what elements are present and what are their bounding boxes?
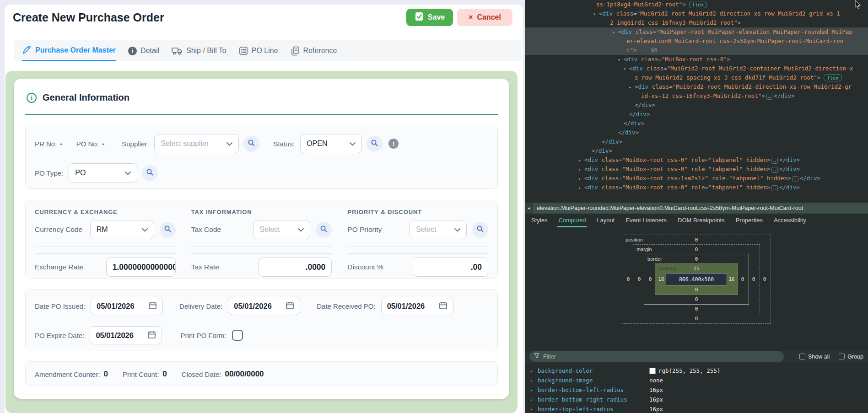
calendar-icon (439, 301, 447, 311)
print-po-form-checkbox[interactable] (232, 330, 243, 341)
po-expire-date-input[interactable]: 05/01/2026 (90, 326, 162, 344)
tax-code-search-button[interactable] (316, 222, 332, 238)
code-line[interactable]: er-elevation0 MuiCard-root css-2s58ym-Mu… (525, 37, 868, 46)
elements-tree[interactable]: … ss-1pi8xg4-MuiGrid2-root">flex▾<div cl… (525, 0, 868, 203)
code-line[interactable]: </div> (525, 146, 868, 156)
save-button[interactable]: Save (406, 9, 453, 26)
code-line[interactable]: </div> (525, 110, 868, 119)
box-model[interactable]: position 0 0 margin 0 0 border 0 (622, 235, 771, 324)
collapsed-content-icon[interactable]: … (771, 158, 777, 164)
computed-property-row[interactable]: ▸border-top-left-radius16px (525, 404, 868, 413)
expand-closed-icon[interactable]: ▸ (530, 378, 535, 383)
code-line[interactable]: ss-1pi8xg4-MuiGrid2-root">flex (525, 0, 868, 9)
breadcrumb-back-icon[interactable]: ◀ (525, 203, 533, 214)
tax-code-select[interactable]: Select (253, 220, 310, 239)
collapsed-content-icon[interactable]: … (793, 176, 798, 182)
code-line[interactable]: ▾<div class="MuiPaper-root MuiPaper-elev… (525, 27, 868, 37)
date-received-po-input[interactable]: 05/01/2026 (381, 297, 453, 315)
property-name: background-color (538, 367, 593, 374)
expand-open-icon[interactable]: ▾ (612, 28, 618, 37)
devtools-tab-styles[interactable]: Styles (531, 214, 547, 227)
exchange-rate-input[interactable]: 1.0000000000000 (106, 257, 176, 277)
supplier-select[interactable]: Select supplier (154, 134, 239, 153)
expand-closed-icon[interactable]: ▸ (530, 407, 535, 412)
code-line[interactable]: </div> (525, 137, 868, 146)
devtools-tabs: StylesComputedLayoutEvent ListenersDOM B… (525, 214, 868, 227)
color-swatch[interactable] (649, 368, 656, 374)
supplier-search-button[interactable] (243, 136, 259, 152)
expand-open-icon[interactable]: ▾ (593, 10, 599, 19)
devtools-tab-dom-breakpoints[interactable]: DOM Breakpoints (678, 214, 725, 227)
date-po-issued-input[interactable]: 05/01/2026 (91, 297, 163, 315)
filter-input[interactable]: Filter (529, 351, 784, 362)
expand-open-icon[interactable]: ▾ (618, 55, 624, 64)
expand-closed-icon[interactable]: ▸ (530, 397, 535, 402)
flex-badge: flex (824, 74, 841, 81)
po-priority-placeholder: Select (416, 225, 436, 234)
closed-date-label: Closed Date: (182, 370, 221, 378)
computed-property-row[interactable]: ▸background-colorrgb(255, 255, 255) (525, 366, 868, 375)
tab-ship-bill-to[interactable]: Ship / Bill To (172, 40, 226, 61)
po-tabs: Purchase Order MasteriDetailShip / Bill … (14, 40, 522, 61)
code-line[interactable]: ▾<div class="MuiBox-root css-0"> (525, 55, 868, 64)
flex-badge: flex (689, 1, 707, 8)
code-line[interactable]: ▸<div class="MuiBox-root css-0" role="ta… (525, 183, 868, 192)
expand-closed-icon[interactable]: ▸ (578, 165, 584, 174)
expand-closed-icon[interactable]: ▸ (578, 183, 584, 193)
status-search-button[interactable] (367, 136, 383, 152)
discount-label: Discount % (347, 263, 383, 271)
code-line[interactable]: </div> (525, 101, 868, 110)
calendar-icon (147, 330, 156, 341)
computed-property-row[interactable]: ▸border-bottom-right-radius16px (525, 395, 868, 404)
tab-label: Detail (140, 47, 159, 55)
expand-closed-icon[interactable]: ▸ (629, 83, 635, 92)
devtools-tab-accessibility[interactable]: Accessibility (774, 214, 806, 227)
po-priority-select[interactable]: Select (410, 220, 467, 239)
code-line[interactable]: ▸<div class="MuiBox-root css-0" role="ta… (525, 165, 868, 174)
code-line[interactable]: ▸<div class="MuiBox-root css-1sm2s1z" ro… (525, 174, 868, 183)
computed-property-row[interactable]: ▸background-imagenone (525, 375, 868, 385)
property-value: none (649, 377, 663, 384)
devtools-tab-properties[interactable]: Properties (736, 214, 763, 227)
collapsed-content-icon[interactable]: … (766, 94, 772, 100)
code-line[interactable]: s-row MuiGrid2-spacing-xs-3 css-dkd71f-M… (525, 73, 868, 82)
po-type-select[interactable]: PO (69, 163, 137, 182)
computed-property-row[interactable]: ▸border-bottom-left-radius16px (525, 385, 868, 395)
code-line[interactable]: </div> (525, 119, 868, 128)
delivery-date-input[interactable]: 05/01/2026 (228, 297, 300, 315)
code-line[interactable]: ▸<div class="MuiBox-root css-0" role="ta… (525, 156, 868, 165)
cancel-button[interactable]: × Cancel (457, 9, 512, 26)
property-name: border-top-left-radius (538, 406, 614, 413)
code-line[interactable]: 2 imgGird1 css-16fnxy3-MuiGrid2-root"> (525, 18, 868, 27)
currency-search-button[interactable] (160, 222, 176, 238)
expand-closed-icon[interactable]: ▸ (530, 388, 535, 392)
tab-purchase-order-master[interactable]: Purchase Order Master (22, 40, 116, 61)
po-type-search-button[interactable] (142, 165, 158, 181)
status-select[interactable]: OPEN (300, 134, 362, 153)
collapsed-content-icon[interactable]: … (771, 185, 777, 191)
group-checkbox[interactable] (839, 354, 845, 359)
devtools-tab-event-listeners[interactable]: Event Listeners (625, 214, 667, 227)
collapsed-content-icon[interactable]: … (771, 167, 777, 173)
tab-po-line[interactable]: PO Line (239, 40, 278, 61)
code-line[interactable]: id-xs-12 css-16fnxy3-MuiGrid2-root">…</d… (525, 91, 868, 101)
show-all-checkbox[interactable] (799, 354, 805, 359)
tab-reference[interactable]: Reference (291, 40, 337, 61)
code-line[interactable]: ▾<div class="MuiGrid2-root MuiGrid2-dire… (525, 9, 868, 18)
devtools-tab-computed[interactable]: Computed (558, 214, 586, 227)
expand-open-icon[interactable]: ▾ (623, 64, 629, 74)
tab-detail[interactable]: iDetail (128, 40, 159, 61)
discount-input[interactable]: .00 (413, 257, 488, 277)
expand-closed-icon[interactable]: ▸ (578, 156, 584, 165)
expand-closed-icon[interactable]: ▸ (530, 369, 535, 373)
code-line[interactable]: t"> == $0 (525, 46, 868, 55)
code-line[interactable]: ▾<div class="MuiGrid2-root MuiGrid2-cont… (525, 64, 868, 73)
code-line[interactable]: ▸<div class="MuiGrid2-root MuiGrid2-dire… (525, 82, 868, 91)
currency-code-select[interactable]: RM (90, 220, 154, 239)
devtools-tab-layout[interactable]: Layout (597, 214, 615, 227)
tax-rate-input[interactable]: .0000 (259, 257, 332, 277)
code-line[interactable]: </div> (525, 128, 868, 137)
po-priority-search-button[interactable] (472, 222, 488, 238)
search-icon (146, 168, 154, 178)
expand-closed-icon[interactable]: ▸ (578, 174, 584, 183)
